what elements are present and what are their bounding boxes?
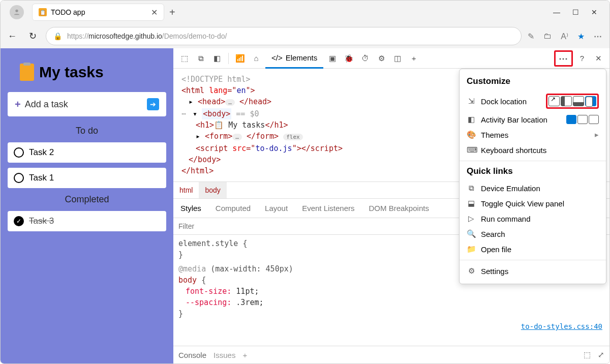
network-conditions-icon[interactable]: 📶 <box>233 54 247 63</box>
site-info-icon[interactable]: 🔒 <box>53 32 62 40</box>
new-tab-button[interactable]: + <box>169 7 175 18</box>
dom-html-close: </html> <box>181 166 214 175</box>
collections-icon[interactable]: 🗀 <box>543 32 552 41</box>
add-task-placeholder: Add a task <box>25 99 68 110</box>
crumb-html[interactable]: html <box>173 182 199 198</box>
task-checkbox[interactable] <box>14 173 24 183</box>
folder-icon: 📁 <box>467 245 476 254</box>
task-item-completed[interactable]: ✓ Task 3 <box>8 211 166 231</box>
window-controls: — ☐ ✕ <box>553 8 605 16</box>
devtools-close-icon[interactable]: ✕ <box>591 54 605 63</box>
profile-avatar[interactable] <box>10 5 24 19</box>
dom-body-selected[interactable]: <body> <box>202 108 231 119</box>
console-icon[interactable]: ▣ <box>325 54 340 63</box>
drawer-console-tab[interactable]: Console <box>178 351 206 359</box>
add-task-input[interactable]: + Add a task ➔ <box>8 92 166 116</box>
back-button[interactable]: ← <box>5 28 20 45</box>
add-tab-icon[interactable]: + <box>407 54 421 63</box>
tab-close-icon[interactable]: ✕ <box>151 8 158 17</box>
dock-left[interactable] <box>561 96 572 106</box>
task-item[interactable]: Task 1 <box>8 168 166 188</box>
url-text: https://microsoftedge.github.io/Demos/de… <box>67 32 227 40</box>
dock-bottom[interactable] <box>573 96 584 106</box>
drawer-add-tab[interactable]: + <box>242 351 247 359</box>
tab-dom-breakpoints[interactable]: DOM Breakpoints <box>362 199 436 218</box>
favorite-icon[interactable]: ★ <box>577 32 585 41</box>
drawer-issues-tab[interactable]: Issues <box>214 351 235 359</box>
plus-icon: + <box>15 99 21 110</box>
activity-bar-icon: ◧ <box>467 115 476 124</box>
menu-device-emulation[interactable]: ⧉Device Emulation <box>460 180 606 196</box>
completed-section-label: Completed <box>8 194 166 205</box>
address-bar-row: ← ↻ 🔒 https://microsoftedge.github.io/De… <box>1 24 609 48</box>
devtools-more-button[interactable]: ⋯ <box>554 50 573 67</box>
task-label: Task 1 <box>29 173 54 183</box>
tab-styles[interactable]: Styles <box>173 199 208 218</box>
help-icon[interactable]: ? <box>575 54 589 63</box>
menu-toggle-quickview[interactable]: ⬓Toggle Quick View panel <box>460 196 606 211</box>
tab-layout[interactable]: Layout <box>258 199 295 218</box>
svg-point-0 <box>15 10 18 12</box>
task-label: Task 2 <box>29 147 54 158</box>
performance-icon[interactable]: ⏱ <box>358 54 372 63</box>
crumb-body[interactable]: body <box>199 182 226 198</box>
tab-favicon: 📋 <box>39 8 47 16</box>
memory-icon[interactable]: ⚙ <box>374 54 388 63</box>
submit-task-button[interactable]: ➔ <box>147 98 159 110</box>
task-checkbox[interactable] <box>14 147 24 158</box>
browser-tab[interactable]: 📋 TODO app ✕ <box>32 4 164 21</box>
edit-icon[interactable]: ✎ <box>528 32 534 41</box>
menu-search[interactable]: 🔍Search <box>460 226 606 241</box>
todo-app: My tasks + Add a task ➔ To do Task 2 Tas… <box>1 48 173 363</box>
address-bar[interactable]: 🔒 https://microsoftedge.github.io/Demos/… <box>46 27 522 45</box>
tab-event-listeners[interactable]: Event Listeners <box>295 199 361 218</box>
refresh-button[interactable]: ↻ <box>26 27 40 45</box>
activity-bar-right[interactable] <box>589 115 599 124</box>
devtools-toolbar: ⬚ ⧉ ◧ 📶 ⌂ </> Elements ▣ 🐞 ⏱ ⚙ ◫ + ⋯ ? ✕ <box>173 48 609 69</box>
panel-icon[interactable]: ◧ <box>210 54 224 63</box>
sources-icon[interactable]: 🐞 <box>342 54 356 63</box>
themes-icon: 🎨 <box>467 130 476 139</box>
popup-quicklinks-heading: Quick links <box>460 164 606 180</box>
menu-open-file[interactable]: 📁Open file <box>460 241 606 257</box>
gear-icon: ⚙ <box>467 266 476 276</box>
read-aloud-icon[interactable]: A⁾ <box>561 32 568 41</box>
clipboard-icon <box>20 64 34 81</box>
browser-titlebar: 📋 TODO app ✕ + — ☐ ✕ <box>1 1 609 24</box>
menu-settings[interactable]: ⚙Settings <box>460 263 606 279</box>
activity-bar-left[interactable] <box>577 115 588 124</box>
task-item[interactable]: Task 2 <box>8 142 166 163</box>
close-button[interactable]: ✕ <box>591 8 597 16</box>
dock-undock[interactable] <box>548 96 560 106</box>
css-source-link[interactable]: to-do-styles.css:40 <box>173 322 609 330</box>
search-icon: 🔍 <box>467 229 476 238</box>
dock-right[interactable] <box>585 96 596 106</box>
device-toggle-icon[interactable]: ⧉ <box>194 54 208 63</box>
activity-bar-label: Activity Bar location <box>481 115 547 124</box>
task-label: Task 3 <box>29 216 54 226</box>
application-icon[interactable]: ◫ <box>390 54 405 63</box>
dom-body-close: </body> <box>189 155 221 164</box>
drawer-expand-icon[interactable]: ⤢ <box>598 350 604 359</box>
task-checkbox-done[interactable]: ✓ <box>14 216 24 226</box>
drawer-dock-icon[interactable]: ⬚ <box>584 350 591 359</box>
app-title: My tasks <box>20 64 166 81</box>
tab-title: TODO app <box>51 8 85 16</box>
minimize-button[interactable]: — <box>553 8 560 16</box>
tab-elements[interactable]: </> Elements <box>265 48 323 69</box>
maximize-button[interactable]: ☐ <box>572 8 579 16</box>
browser-menu-icon[interactable]: ⋯ <box>594 32 602 41</box>
activity-bar-top[interactable] <box>566 115 576 124</box>
menu-themes[interactable]: 🎨 Themes▸ <box>460 127 606 142</box>
dock-options-group <box>546 94 599 109</box>
menu-run-command[interactable]: ▷Run command <box>460 211 606 226</box>
tab-computed[interactable]: Computed <box>208 199 258 218</box>
inspect-icon[interactable]: ⬚ <box>177 54 192 63</box>
home-icon[interactable]: ⌂ <box>249 54 263 63</box>
dom-html-open: <html lang="en"> <box>181 86 255 95</box>
menu-shortcuts[interactable]: ⌨ Keyboard shortcuts <box>460 142 606 158</box>
dock-location-icon: ⇲ <box>467 97 476 106</box>
keyboard-icon: ⌨ <box>467 145 476 155</box>
play-icon: ▷ <box>467 214 476 223</box>
dock-location-label: Dock location <box>481 97 527 106</box>
